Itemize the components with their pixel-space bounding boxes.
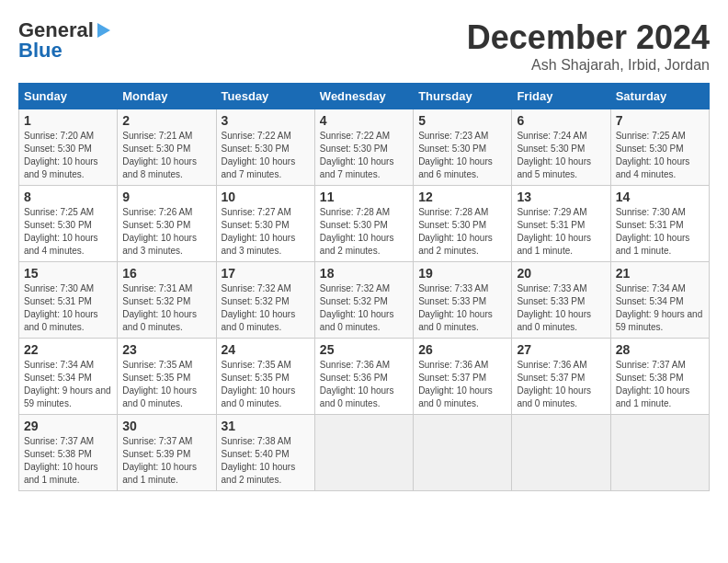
day-number: 19 bbox=[418, 266, 506, 281]
table-row: 6Sunrise: 7:24 AMSunset: 5:30 PMDaylight… bbox=[512, 109, 610, 186]
day-info: Sunrise: 7:23 AMSunset: 5:30 PMDaylight:… bbox=[418, 130, 506, 181]
table-row bbox=[314, 415, 413, 491]
day-info: Sunrise: 7:20 AMSunset: 5:30 PMDaylight:… bbox=[24, 130, 112, 181]
day-info: Sunrise: 7:31 AMSunset: 5:32 PMDaylight:… bbox=[122, 282, 210, 334]
table-row: 8Sunrise: 7:25 AMSunset: 5:30 PMDaylight… bbox=[19, 186, 118, 262]
day-info: Sunrise: 7:25 AMSunset: 5:30 PMDaylight:… bbox=[616, 130, 704, 181]
table-row: 15Sunrise: 7:30 AMSunset: 5:31 PMDayligh… bbox=[19, 262, 118, 339]
table-row: 14Sunrise: 7:30 AMSunset: 5:31 PMDayligh… bbox=[610, 186, 709, 262]
logo-arrow-icon bbox=[94, 20, 114, 40]
day-info: Sunrise: 7:30 AMSunset: 5:31 PMDaylight:… bbox=[616, 206, 704, 258]
day-number: 25 bbox=[320, 342, 408, 357]
day-number: 16 bbox=[122, 266, 210, 281]
day-number: 7 bbox=[616, 113, 704, 128]
table-row: 20Sunrise: 7:33 AMSunset: 5:33 PMDayligh… bbox=[512, 262, 610, 339]
table-row bbox=[610, 415, 709, 491]
day-number: 15 bbox=[24, 266, 112, 281]
logo: General Blue bbox=[18, 18, 114, 63]
day-number: 21 bbox=[616, 266, 704, 281]
table-row: 29Sunrise: 7:37 AMSunset: 5:38 PMDayligh… bbox=[19, 415, 118, 491]
day-info: Sunrise: 7:38 AMSunset: 5:40 PMDaylight:… bbox=[222, 435, 310, 487]
day-number: 28 bbox=[616, 342, 704, 357]
day-number: 9 bbox=[122, 190, 210, 204]
col-monday: Monday bbox=[118, 84, 216, 109]
day-number: 12 bbox=[418, 190, 506, 204]
day-number: 4 bbox=[320, 113, 408, 128]
day-number: 14 bbox=[616, 190, 704, 204]
calendar-week-row: 1Sunrise: 7:20 AMSunset: 5:30 PMDaylight… bbox=[19, 109, 710, 186]
table-row: 23Sunrise: 7:35 AMSunset: 5:35 PMDayligh… bbox=[118, 339, 216, 415]
day-number: 8 bbox=[24, 190, 112, 204]
table-row bbox=[414, 415, 512, 491]
month-title: December 2024 bbox=[467, 18, 710, 57]
day-info: Sunrise: 7:30 AMSunset: 5:31 PMDaylight:… bbox=[24, 282, 112, 334]
day-info: Sunrise: 7:35 AMSunset: 5:35 PMDaylight:… bbox=[122, 359, 210, 410]
day-number: 1 bbox=[24, 113, 112, 128]
day-number: 3 bbox=[222, 113, 310, 128]
day-info: Sunrise: 7:29 AMSunset: 5:31 PMDaylight:… bbox=[517, 206, 605, 258]
day-info: Sunrise: 7:34 AMSunset: 5:34 PMDaylight:… bbox=[24, 359, 112, 410]
day-number: 6 bbox=[517, 113, 605, 128]
day-info: Sunrise: 7:28 AMSunset: 5:30 PMDaylight:… bbox=[418, 206, 506, 258]
table-row: 12Sunrise: 7:28 AMSunset: 5:30 PMDayligh… bbox=[414, 186, 512, 262]
calendar-week-row: 29Sunrise: 7:37 AMSunset: 5:38 PMDayligh… bbox=[19, 415, 710, 491]
table-row: 5Sunrise: 7:23 AMSunset: 5:30 PMDaylight… bbox=[414, 109, 512, 186]
table-row: 25Sunrise: 7:36 AMSunset: 5:36 PMDayligh… bbox=[314, 339, 413, 415]
calendar-header-row: Sunday Monday Tuesday Wednesday Thursday… bbox=[19, 84, 710, 109]
day-number: 27 bbox=[517, 342, 605, 357]
day-number: 24 bbox=[222, 342, 310, 357]
day-info: Sunrise: 7:27 AMSunset: 5:30 PMDaylight:… bbox=[222, 206, 310, 258]
day-number: 22 bbox=[24, 342, 112, 357]
day-info: Sunrise: 7:25 AMSunset: 5:30 PMDaylight:… bbox=[24, 206, 112, 258]
day-info: Sunrise: 7:37 AMSunset: 5:39 PMDaylight:… bbox=[122, 435, 210, 487]
day-info: Sunrise: 7:33 AMSunset: 5:33 PMDaylight:… bbox=[517, 282, 605, 334]
day-number: 20 bbox=[517, 266, 605, 281]
table-row: 27Sunrise: 7:36 AMSunset: 5:37 PMDayligh… bbox=[512, 339, 610, 415]
calendar-week-row: 22Sunrise: 7:34 AMSunset: 5:34 PMDayligh… bbox=[19, 339, 710, 415]
day-info: Sunrise: 7:37 AMSunset: 5:38 PMDaylight:… bbox=[24, 435, 112, 487]
table-row: 24Sunrise: 7:35 AMSunset: 5:35 PMDayligh… bbox=[216, 339, 314, 415]
day-info: Sunrise: 7:21 AMSunset: 5:30 PMDaylight:… bbox=[122, 130, 210, 181]
day-number: 31 bbox=[222, 419, 310, 433]
day-number: 23 bbox=[122, 342, 210, 357]
title-area: December 2024 Ash Shajarah, Irbid, Jorda… bbox=[467, 18, 710, 74]
col-thursday: Thursday bbox=[414, 84, 512, 109]
table-row: 22Sunrise: 7:34 AMSunset: 5:34 PMDayligh… bbox=[19, 339, 118, 415]
logo-text-area: General Blue bbox=[18, 18, 114, 63]
day-info: Sunrise: 7:22 AMSunset: 5:30 PMDaylight:… bbox=[320, 130, 408, 181]
day-number: 11 bbox=[320, 190, 408, 204]
logo-blue: Blue bbox=[18, 39, 63, 63]
table-row: 31Sunrise: 7:38 AMSunset: 5:40 PMDayligh… bbox=[216, 415, 314, 491]
day-info: Sunrise: 7:35 AMSunset: 5:35 PMDaylight:… bbox=[222, 359, 310, 410]
table-row: 7Sunrise: 7:25 AMSunset: 5:30 PMDaylight… bbox=[610, 109, 709, 186]
day-number: 29 bbox=[24, 419, 112, 433]
day-info: Sunrise: 7:32 AMSunset: 5:32 PMDaylight:… bbox=[222, 282, 310, 334]
day-number: 30 bbox=[122, 419, 210, 433]
day-info: Sunrise: 7:36 AMSunset: 5:36 PMDaylight:… bbox=[320, 359, 408, 410]
day-info: Sunrise: 7:37 AMSunset: 5:38 PMDaylight:… bbox=[616, 359, 704, 410]
table-row: 17Sunrise: 7:32 AMSunset: 5:32 PMDayligh… bbox=[216, 262, 314, 339]
day-info: Sunrise: 7:33 AMSunset: 5:33 PMDaylight:… bbox=[418, 282, 506, 334]
day-info: Sunrise: 7:34 AMSunset: 5:34 PMDaylight:… bbox=[616, 282, 704, 334]
day-info: Sunrise: 7:22 AMSunset: 5:30 PMDaylight:… bbox=[222, 130, 310, 181]
day-number: 13 bbox=[517, 190, 605, 204]
table-row: 1Sunrise: 7:20 AMSunset: 5:30 PMDaylight… bbox=[19, 109, 118, 186]
day-number: 18 bbox=[320, 266, 408, 281]
day-info: Sunrise: 7:28 AMSunset: 5:30 PMDaylight:… bbox=[320, 206, 408, 258]
day-info: Sunrise: 7:32 AMSunset: 5:32 PMDaylight:… bbox=[320, 282, 408, 334]
day-number: 17 bbox=[222, 266, 310, 281]
col-friday: Friday bbox=[512, 84, 610, 109]
table-row: 21Sunrise: 7:34 AMSunset: 5:34 PMDayligh… bbox=[610, 262, 709, 339]
day-number: 10 bbox=[222, 190, 310, 204]
col-sunday: Sunday bbox=[19, 84, 118, 109]
table-row: 2Sunrise: 7:21 AMSunset: 5:30 PMDaylight… bbox=[118, 109, 216, 186]
calendar-week-row: 15Sunrise: 7:30 AMSunset: 5:31 PMDayligh… bbox=[19, 262, 710, 339]
col-tuesday: Tuesday bbox=[216, 84, 314, 109]
table-row: 10Sunrise: 7:27 AMSunset: 5:30 PMDayligh… bbox=[216, 186, 314, 262]
table-row: 11Sunrise: 7:28 AMSunset: 5:30 PMDayligh… bbox=[314, 186, 413, 262]
day-number: 26 bbox=[418, 342, 506, 357]
table-row: 18Sunrise: 7:32 AMSunset: 5:32 PMDayligh… bbox=[314, 262, 413, 339]
table-row: 3Sunrise: 7:22 AMSunset: 5:30 PMDaylight… bbox=[216, 109, 314, 186]
table-row: 28Sunrise: 7:37 AMSunset: 5:38 PMDayligh… bbox=[610, 339, 709, 415]
location-subtitle: Ash Shajarah, Irbid, Jordan bbox=[467, 57, 710, 74]
